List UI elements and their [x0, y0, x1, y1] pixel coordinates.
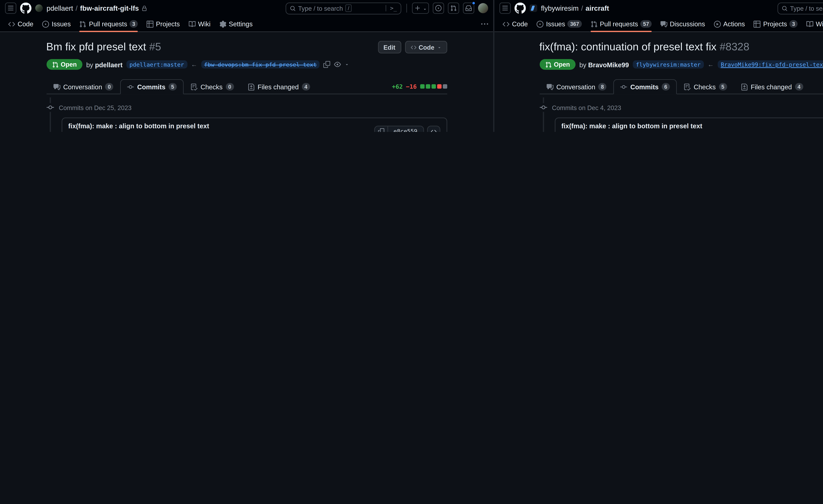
eye-icon[interactable]: [334, 61, 341, 68]
github-logo-icon[interactable]: [20, 2, 31, 14]
nav-item-code[interactable]: Code: [498, 16, 532, 31]
diffstat: +62−16: [392, 83, 447, 93]
issue-opened-icon: [537, 20, 543, 27]
hamburger-menu-button[interactable]: [5, 2, 16, 14]
pr-number: #8328: [720, 41, 750, 53]
repo-nav: Code Issues Pull requests3 Projects Wiki…: [0, 16, 493, 32]
tab-files-changed[interactable]: Files changed4: [240, 79, 317, 94]
slash-key-hint: /: [345, 4, 352, 12]
base-ref-label[interactable]: pdellaert:master: [126, 60, 187, 69]
tab-conversation[interactable]: Conversation8: [539, 79, 613, 94]
copilot-chat-icon[interactable]: >_: [386, 5, 397, 11]
git-commit-icon: [46, 103, 54, 112]
tab-commits[interactable]: Commits5: [120, 79, 183, 94]
hamburger-menu-button[interactable]: [499, 2, 511, 14]
commit-row: fix(fma): make : align to bottom in pres…: [555, 118, 823, 132]
merge-direction-arrow: ←: [707, 61, 714, 68]
nav-item-projects[interactable]: Projects3: [749, 16, 802, 31]
repo-nav: Code Issues367 Pull requests57 Discussio…: [494, 16, 823, 32]
file-diff-icon: [741, 83, 748, 90]
pull-requests-header-button[interactable]: [448, 2, 459, 14]
head-ref-label[interactable]: BravoMike99:fix-pfd-presel-text: [718, 60, 823, 69]
pr-state-badge: Open: [539, 59, 575, 70]
commit-title-link[interactable]: fix(fma): make : align to bottom in pres…: [561, 122, 702, 130]
diffstat-block: [420, 84, 424, 89]
git-pull-request-icon: [79, 20, 87, 27]
search-input[interactable]: Type / to search / >_: [286, 2, 401, 14]
breadcrumb-repo[interactable]: fbw-aircraft-git-lfs: [80, 4, 139, 12]
tab-commits[interactable]: Commits6: [613, 79, 677, 94]
issue-opened-icon: [42, 20, 49, 27]
nav-item-settings[interactable]: Settings: [215, 16, 257, 31]
diffstat-additions: +62: [392, 83, 403, 90]
diffstat-block: [437, 84, 441, 89]
pr-author-link[interactable]: BravoMike99: [588, 61, 629, 68]
breadcrumb: flybywiresim / aircraft: [541, 4, 609, 12]
header-divider: [406, 4, 407, 12]
diffstat-block: [443, 84, 447, 89]
head-ref-label[interactable]: fbw-devops:bm-fix-pfd-presel-text: [201, 60, 320, 69]
issue-opened-icon: [435, 5, 442, 11]
issues-header-button[interactable]: [433, 2, 444, 14]
issues-count: 367: [568, 20, 582, 28]
inbox-button[interactable]: [463, 2, 474, 14]
unread-notification-dot: [472, 1, 476, 5]
plus-icon: [414, 5, 421, 11]
diffstat-block: [431, 84, 436, 89]
browse-repo-at-commit-button[interactable]: [427, 126, 440, 132]
search-icon: [782, 5, 788, 11]
comment-discussion-icon: [546, 83, 553, 90]
git-pull-request-icon: [450, 5, 457, 11]
nav-item-issues[interactable]: Issues: [38, 16, 75, 31]
nav-item-wiki[interactable]: Wiki: [184, 16, 215, 31]
github-header: flybywiresim / aircraft Type / to search…: [494, 0, 823, 16]
nav-item-pull-requests[interactable]: Pull requests57: [586, 16, 656, 31]
nav-item-pull-requests[interactable]: Pull requests3: [75, 16, 142, 31]
copy-sha-button[interactable]: [375, 126, 388, 132]
pr-author-link[interactable]: pdellaert: [95, 61, 123, 68]
create-new-button[interactable]: [412, 2, 429, 14]
org-avatar[interactable]: [530, 4, 537, 12]
commit-title-link[interactable]: fix(fma): make : align to bottom in pres…: [68, 122, 209, 130]
base-ref-label[interactable]: flybywiresim:master: [633, 60, 704, 69]
github-logo-icon[interactable]: [514, 2, 526, 14]
breadcrumb-owner[interactable]: pdellaert: [46, 4, 73, 12]
owner-avatar[interactable]: [35, 4, 43, 12]
pr-author-line: by BravoMike99: [580, 61, 629, 68]
chevron-down-icon: [423, 2, 427, 14]
breadcrumb-repo[interactable]: aircraft: [586, 4, 609, 12]
nav-item-discussions[interactable]: Discussions: [656, 16, 709, 31]
search-input[interactable]: Type / to search / >_: [777, 2, 823, 14]
commit-sha-link[interactable]: e8ce559: [388, 126, 423, 132]
nav-item-projects[interactable]: Projects: [142, 16, 184, 31]
tab-conversation[interactable]: Conversation0: [46, 79, 120, 94]
nav-item-code[interactable]: Code: [4, 16, 38, 31]
projects-count: 3: [790, 20, 798, 28]
breadcrumb-owner[interactable]: flybywiresim: [541, 4, 579, 12]
pane-left-pdellaert: pdellaert / fbw-aircraft-git-lfs Type / …: [0, 0, 493, 132]
book-icon: [806, 20, 813, 27]
breadcrumb: pdellaert / fbw-aircraft-git-lfs: [46, 4, 147, 12]
code-dropdown-button[interactable]: Code: [405, 41, 447, 53]
pr-number: #5: [149, 41, 161, 53]
search-icon: [290, 5, 296, 11]
nav-overflow-button[interactable]: [480, 19, 489, 29]
tab-checks[interactable]: Checks0: [183, 79, 240, 94]
tab-checks[interactable]: Checks5: [677, 79, 734, 94]
commit-list: fix(fma): make : align to bottom in pres…: [61, 117, 447, 132]
tab-files-changed[interactable]: Files changed4: [734, 79, 810, 94]
edit-button[interactable]: Edit: [378, 41, 401, 53]
nav-item-issues[interactable]: Issues367: [532, 16, 586, 31]
copy-icon[interactable]: [324, 61, 331, 68]
private-lock-icon: [141, 5, 147, 11]
code-icon: [503, 20, 509, 27]
diffstat-deletions: −16: [406, 83, 417, 90]
nav-item-actions[interactable]: Actions: [709, 16, 749, 31]
chevron-down-icon[interactable]: [345, 62, 349, 67]
checklist-icon: [684, 83, 690, 90]
nav-item-wiki[interactable]: Wiki21: [802, 16, 823, 31]
code-icon: [431, 129, 436, 132]
diffstat-block: [426, 84, 430, 89]
user-avatar[interactable]: [478, 3, 488, 13]
git-commit-icon: [620, 83, 627, 90]
